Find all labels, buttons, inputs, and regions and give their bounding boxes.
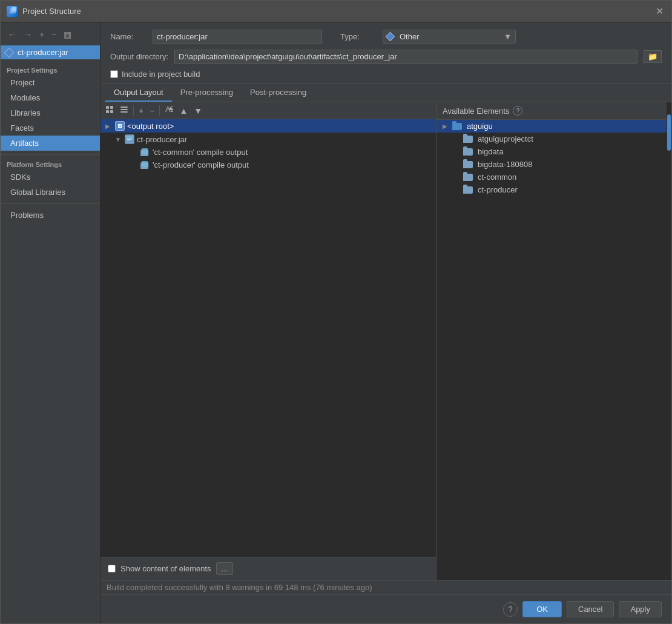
app-icon <box>7 6 18 17</box>
tabs-bar: Output Layout Pre-processing Post-proces… <box>100 84 671 102</box>
available-elements-label: Available Elements <box>443 107 509 116</box>
ct-producer-label: ct-producer <box>478 185 518 194</box>
tree-item-ct-common-compile[interactable]: 'ct-common' compile output <box>100 146 436 159</box>
forward-button[interactable]: → <box>21 28 35 41</box>
browse-button[interactable]: 📁 <box>644 50 662 63</box>
sidebar-item-problems[interactable]: Problems <box>1 208 100 223</box>
sidebar-item-global-libraries[interactable]: Global Libraries <box>1 185 100 200</box>
apply-button[interactable]: Apply <box>619 601 662 617</box>
dialog-footer: ? OK Cancel Apply <box>100 594 671 623</box>
add-button[interactable]: + <box>37 28 47 41</box>
ct-producer-compile-label: 'ct-producer' compile output <box>153 160 249 169</box>
svg-rect-4 <box>110 106 113 109</box>
help-icon[interactable]: ? <box>513 106 522 116</box>
artifact-diamond-icon <box>4 47 15 57</box>
platform-settings-label: Platform Settings <box>1 159 100 169</box>
available-header: Available Elements ? <box>436 102 667 120</box>
arrow-down-icon: ▼ <box>115 136 122 143</box>
toolbar-separator-2 <box>159 105 160 116</box>
ct-producer-jar-label: ct-producer.jar <box>137 135 187 144</box>
svg-rect-9 <box>120 111 128 113</box>
sidebar-item-facets[interactable]: Facets <box>1 120 100 136</box>
title-bar: Project Structure ✕ <box>1 1 671 22</box>
add-element-button[interactable]: + <box>136 105 146 117</box>
remove-element-button[interactable]: − <box>147 105 157 117</box>
type-value: Other <box>400 32 420 41</box>
content-area: ← → + − ▦ ct-producer:jar Project Settin… <box>1 22 671 623</box>
back-button[interactable]: ← <box>5 28 19 41</box>
svg-rect-8 <box>120 109 128 110</box>
output-root-icon: ⊞ <box>115 121 125 131</box>
compile-output-icon-2 <box>140 161 150 169</box>
output-dir-input[interactable] <box>174 50 637 64</box>
include-build-checkbox[interactable] <box>110 70 118 78</box>
sidebar-divider <box>1 154 100 155</box>
arrow-right-icon: ▶ <box>105 123 113 130</box>
name-label: Name: <box>110 32 147 41</box>
artifact-list-item[interactable]: ct-producer:jar <box>1 45 100 59</box>
svg-rect-2 <box>12 7 16 11</box>
sidebar-item-sdks[interactable]: SDKs <box>1 169 100 185</box>
form-area: Name: Type: Other ▼ Output directory: 📁 <box>100 22 671 84</box>
tree-item-ct-producer-jar[interactable]: ▼ ct-pr <box>100 133 436 146</box>
sidebar-item-modules[interactable]: Modules <box>1 90 100 105</box>
folder-icon-5 <box>463 186 473 194</box>
tab-output-layout[interactable]: Output Layout <box>105 84 172 102</box>
artifact-label: ct-producer:jar <box>18 48 68 57</box>
show-content-checkbox[interactable] <box>108 565 116 573</box>
tree-panel: + − AZ ▲ ▼ <box>100 102 436 580</box>
sidebar-item-libraries[interactable]: Libraries <box>1 105 100 120</box>
move-down-button[interactable]: ▼ <box>191 105 205 117</box>
tree-item-output-root[interactable]: ▶ ⊞ <output root> <box>100 119 436 133</box>
compile-output-icon <box>140 148 150 157</box>
panels: + − AZ ▲ ▼ <box>100 102 671 580</box>
toolbar-separator <box>133 105 134 116</box>
ct-common-label: ct-common <box>478 172 516 182</box>
ellipsis-button[interactable]: ... <box>216 562 234 575</box>
sidebar-item-artifacts[interactable]: Artifacts <box>1 136 100 151</box>
show-list-button[interactable] <box>117 104 131 117</box>
name-type-row: Name: Type: Other ▼ <box>110 30 662 44</box>
project-settings-label: Project Settings <box>1 64 100 75</box>
ok-button[interactable]: OK <box>522 601 562 617</box>
name-input[interactable] <box>153 30 322 44</box>
nav-controls: ← → + − ▦ <box>1 27 100 45</box>
folder-icon-2 <box>463 148 473 156</box>
tab-post-processing[interactable]: Post-processing <box>242 84 315 102</box>
atguigu-label: atguigu <box>467 122 493 131</box>
avail-item-bigdata[interactable]: bigdata <box>436 145 667 158</box>
avail-item-atguiguprojectct[interactable]: atguiguprojectct <box>436 133 667 145</box>
move-up-button[interactable]: ▲ <box>177 105 190 117</box>
folder-icon-3 <box>463 161 473 168</box>
output-dir-label: Output directory: <box>110 52 168 61</box>
sidebar-item-project[interactable]: Project <box>1 75 100 90</box>
bottom-bar: Show content of elements ... <box>100 557 436 580</box>
tree-item-ct-producer-compile[interactable]: 'ct-producer' compile output <box>100 159 436 171</box>
panels-wrapper: + − AZ ▲ ▼ <box>100 102 671 580</box>
tree-content: ▶ ⊞ <output root> ▼ <box>100 119 436 557</box>
project-structure-window: Project Structure ✕ ← → + − ▦ ct-produce… <box>0 0 672 624</box>
svg-rect-15 <box>127 139 132 140</box>
remove-button[interactable]: − <box>49 28 59 41</box>
window-title: Project Structure <box>22 7 648 16</box>
status-bar: Build completed successfully with 8 warn… <box>100 580 671 594</box>
tree-toolbar: + − AZ ▲ ▼ <box>100 102 436 119</box>
sort-button[interactable]: AZ <box>162 104 176 117</box>
scroll-thumb[interactable] <box>667 114 671 151</box>
tab-pre-processing[interactable]: Pre-processing <box>172 84 242 102</box>
show-grid-button[interactable] <box>103 104 116 117</box>
svg-rect-22 <box>141 162 148 168</box>
cancel-button[interactable]: Cancel <box>567 601 614 617</box>
avail-item-atguigu[interactable]: ▶ atguigu <box>436 120 667 133</box>
close-button[interactable]: ✕ <box>653 5 665 18</box>
type-select[interactable]: Other ▼ <box>383 30 516 44</box>
main-area: Name: Type: Other ▼ Output directory: 📁 <box>100 22 671 623</box>
avail-item-ct-common[interactable]: ct-common <box>436 171 667 183</box>
avail-item-ct-producer[interactable]: ct-producer <box>436 183 667 196</box>
avail-item-bigdata-180808[interactable]: bigdata-180808 <box>436 158 667 171</box>
atguigu-arrow-icon: ▶ <box>443 123 450 130</box>
copy-button[interactable]: ▦ <box>61 28 74 41</box>
help-button[interactable]: ? <box>503 602 518 617</box>
type-diamond-icon <box>386 32 395 42</box>
include-build-label: Include in project build <box>122 70 200 79</box>
